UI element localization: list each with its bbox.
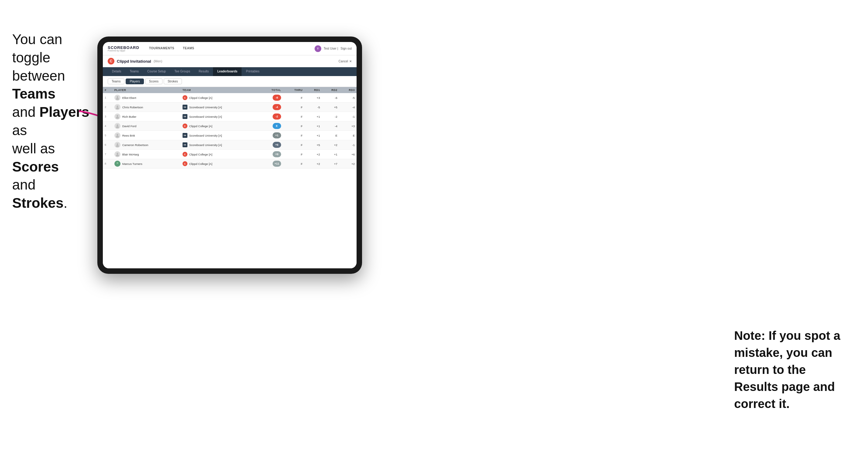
cell-rd1: +5	[305, 140, 322, 150]
col-player: PLAYER	[113, 87, 181, 93]
tab-results[interactable]: Results	[194, 67, 213, 76]
cell-team: CClippd College [A]	[181, 159, 259, 168]
cancel-button[interactable]: Cancel ✕	[339, 60, 352, 63]
svg-point-8	[116, 126, 119, 128]
tab-teams[interactable]: Teams	[126, 67, 143, 76]
sign-out-link[interactable]: Sign out	[340, 47, 352, 50]
cell-player: Cameron Robertson	[113, 140, 181, 150]
cell-player: Marcus Turners	[113, 159, 181, 168]
tablet-screen: SCOREBOARD Powered by clippd TOURNAMENTS…	[103, 42, 356, 268]
cell-rd1: +1	[305, 112, 322, 121]
cell-rd2: +7	[322, 159, 339, 168]
cell-player: David Ford	[113, 121, 181, 131]
cell-rank: 6	[103, 140, 113, 150]
cell-rd1: +2	[305, 159, 322, 168]
logo-title: SCOREBOARD	[108, 45, 140, 50]
toggle-row: Teams Players Scores Strokes	[103, 76, 356, 87]
col-rd2: RD2	[322, 87, 339, 93]
cell-rd3: -1	[339, 140, 356, 150]
cell-rank: 2	[103, 102, 113, 112]
nav-tournaments[interactable]: TOURNAMENTS	[146, 45, 178, 52]
table-row: 1Elliot EbertCClippd College [A]-8F+3-6-…	[103, 93, 356, 102]
cell-rd2: +1	[322, 150, 339, 159]
logo-subtitle: Powered by clippd	[108, 50, 140, 52]
players-table: # PLAYER TEAM TOTAL THRU RD1 RD2 RD3 1El…	[103, 87, 356, 168]
nav-right: T Test User | Sign out	[315, 45, 352, 52]
cell-rd2: -4	[322, 121, 339, 131]
cell-total: -8	[259, 93, 283, 102]
col-thru: THRU	[283, 87, 305, 93]
toggle-teams[interactable]: Teams	[108, 79, 124, 84]
cell-thru: F	[283, 150, 305, 159]
cell-thru: F	[283, 131, 305, 140]
cell-team: CClippd College [A]	[181, 93, 259, 102]
svg-point-15	[117, 162, 118, 164]
toggle-players[interactable]: Players	[126, 79, 144, 84]
cell-rank: 3	[103, 112, 113, 121]
cell-player: Elliot Ebert	[113, 93, 181, 102]
cell-rank: 8	[103, 159, 113, 168]
tournament-name: Clippd Invitational	[117, 59, 151, 64]
tab-course-setup[interactable]: Course Setup	[143, 67, 170, 76]
cell-rd2: +5	[322, 102, 339, 112]
cell-total: +6	[259, 140, 283, 150]
cell-rd1: +2	[305, 150, 322, 159]
top-nav: SCOREBOARD Powered by clippd TOURNAMENTS…	[103, 42, 356, 55]
leaderboard-table: # PLAYER TEAM TOTAL THRU RD1 RD2 RD3 1El…	[103, 87, 356, 268]
cell-total: +11	[259, 159, 283, 168]
cell-team: CClippd College [A]	[181, 150, 259, 159]
cell-thru: F	[283, 159, 305, 168]
cell-rd3: -4	[339, 102, 356, 112]
toggle-strokes[interactable]: Strokes	[164, 79, 182, 84]
cell-player: Chris Robertson	[113, 102, 181, 112]
cell-thru: F	[283, 140, 305, 150]
svg-point-6	[116, 117, 119, 119]
svg-point-14	[116, 155, 119, 156]
toggle-scores[interactable]: Scores	[145, 79, 162, 84]
svg-point-10	[116, 136, 119, 137]
cell-total: E	[259, 121, 283, 131]
cell-rank: 7	[103, 150, 113, 159]
cell-total: +9	[259, 150, 283, 159]
svg-point-1	[117, 96, 118, 98]
nav-teams[interactable]: TEAMS	[179, 45, 198, 52]
cell-rd3: +6	[339, 150, 356, 159]
cell-rd3: -1	[339, 112, 356, 121]
cell-rd2: -2	[322, 112, 339, 121]
tournament-logo: C	[108, 58, 114, 64]
cell-rd2: +2	[322, 140, 339, 150]
cell-player: Rich Butler	[113, 112, 181, 121]
cell-player: Blair McHarg	[113, 150, 181, 159]
svg-point-12	[116, 145, 119, 147]
cell-team: SBScoreboard University [A]	[181, 140, 259, 150]
tab-printables[interactable]: Printables	[242, 67, 264, 76]
cell-team: SBScoreboard University [A]	[181, 102, 259, 112]
table-row: 5Rees BrittSBScoreboard University [A]+1…	[103, 131, 356, 140]
svg-point-3	[117, 105, 118, 107]
table-row: 2Chris RobertsonSBScoreboard University …	[103, 102, 356, 112]
tab-details[interactable]: Details	[108, 67, 126, 76]
cell-team: SBScoreboard University [A]	[181, 112, 259, 121]
cell-total: -4	[259, 102, 283, 112]
tab-leaderboards[interactable]: Leaderboards	[213, 67, 242, 76]
col-rank: #	[103, 87, 113, 93]
cell-rd2: -6	[322, 93, 339, 102]
cell-thru: F	[283, 121, 305, 131]
cell-total: +1	[259, 131, 283, 140]
cell-rank: 5	[103, 131, 113, 140]
table-row: 8Marcus TurnersCClippd College [A]+11F+2…	[103, 159, 356, 168]
cell-rd3: E	[339, 131, 356, 140]
svg-point-7	[117, 124, 118, 126]
cell-rank: 4	[103, 121, 113, 131]
col-total: TOTAL	[259, 87, 283, 93]
cell-team: SBScoreboard University [A]	[181, 131, 259, 140]
table-row: 6Cameron RobertsonSBScoreboard Universit…	[103, 140, 356, 150]
table-header-row: # PLAYER TEAM TOTAL THRU RD1 RD2 RD3	[103, 87, 356, 93]
sub-nav: Details Teams Course Setup Tee Groups Re…	[103, 67, 356, 76]
user-label: Test User |	[324, 47, 338, 50]
cell-rd3: -5	[339, 93, 356, 102]
nav-links: TOURNAMENTS TEAMS	[146, 45, 315, 52]
cell-rd2: E	[322, 131, 339, 140]
tab-tee-groups[interactable]: Tee Groups	[170, 67, 194, 76]
table-row: 7Blair McHargCClippd College [A]+9F+2+1+…	[103, 150, 356, 159]
